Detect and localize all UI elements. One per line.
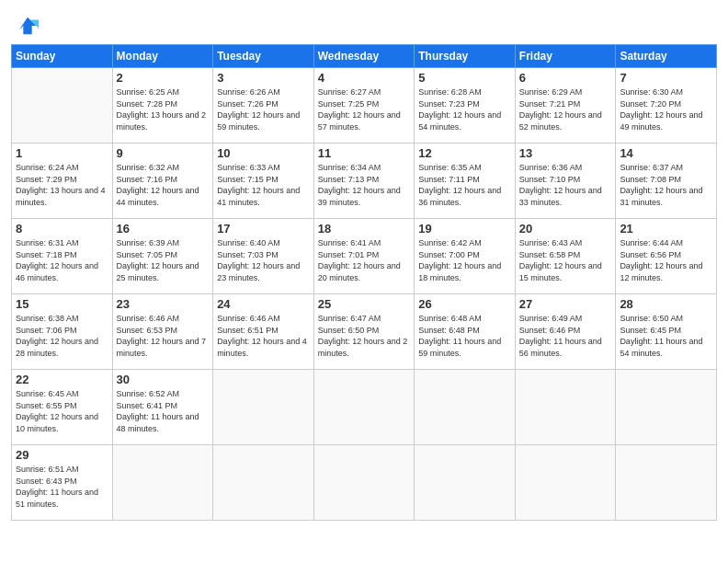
calendar-cell: [213, 445, 314, 521]
day-info: Sunrise: 6:40 AMSunset: 7:03 PMDaylight:…: [217, 237, 310, 283]
calendar-cell: 18Sunrise: 6:41 AMSunset: 7:01 PMDayligh…: [313, 219, 415, 294]
day-info: Sunrise: 6:46 AMSunset: 6:53 PMDaylight:…: [117, 313, 210, 359]
weekday-header-wednesday: Wednesday: [313, 45, 415, 68]
calendar-cell: 3Sunrise: 6:26 AMSunset: 7:26 PMDaylight…: [213, 68, 314, 144]
day-number: 9: [117, 146, 210, 160]
day-info: Sunrise: 6:41 AMSunset: 7:01 PMDaylight:…: [318, 237, 411, 283]
day-number: 12: [418, 146, 511, 160]
day-number: 10: [217, 146, 310, 160]
day-number: 6: [519, 71, 612, 85]
calendar-row-4: 22Sunrise: 6:45 AMSunset: 6:55 PMDayligh…: [12, 370, 717, 445]
calendar-row-5: 29Sunrise: 6:51 AMSunset: 6:43 PMDayligh…: [12, 445, 717, 521]
day-info: Sunrise: 6:35 AMSunset: 7:11 PMDaylight:…: [418, 162, 511, 208]
calendar-cell: 13Sunrise: 6:36 AMSunset: 7:10 PMDayligh…: [515, 144, 616, 219]
calendar-cell: 17Sunrise: 6:40 AMSunset: 7:03 PMDayligh…: [213, 219, 314, 294]
calendar-container: SundayMondayTuesdayWednesdayThursdayFrid…: [0, 0, 728, 563]
weekday-header-sunday: Sunday: [12, 45, 113, 68]
day-number: 29: [16, 448, 108, 462]
day-number: 22: [16, 373, 108, 386]
day-info: Sunrise: 6:48 AMSunset: 6:48 PMDaylight:…: [418, 313, 511, 359]
weekday-header-row: SundayMondayTuesdayWednesdayThursdayFrid…: [12, 45, 717, 68]
day-info: Sunrise: 6:27 AMSunset: 7:25 PMDaylight:…: [318, 86, 411, 132]
day-number: 19: [418, 222, 511, 236]
day-number: 13: [519, 146, 612, 160]
calendar-cell: [515, 370, 616, 445]
day-number: 7: [620, 71, 712, 85]
day-number: 2: [117, 71, 210, 85]
calendar-cell: [313, 370, 415, 445]
weekday-header-monday: Monday: [112, 45, 213, 68]
calendar-cell: 12Sunrise: 6:35 AMSunset: 7:11 PMDayligh…: [415, 144, 516, 219]
calendar-cell: 26Sunrise: 6:48 AMSunset: 6:48 PMDayligh…: [415, 294, 516, 370]
day-info: Sunrise: 6:31 AMSunset: 7:18 PMDaylight:…: [16, 237, 108, 283]
calendar-cell: 14Sunrise: 6:37 AMSunset: 7:08 PMDayligh…: [616, 144, 717, 219]
day-number: 24: [217, 297, 310, 311]
calendar-cell: [616, 445, 717, 521]
calendar-table: SundayMondayTuesdayWednesdayThursdayFrid…: [11, 44, 717, 521]
day-info: Sunrise: 6:38 AMSunset: 7:06 PMDaylight:…: [16, 313, 108, 359]
weekday-header-friday: Friday: [515, 45, 616, 68]
day-info: Sunrise: 6:25 AMSunset: 7:28 PMDaylight:…: [117, 86, 210, 132]
calendar-cell: 6Sunrise: 6:29 AMSunset: 7:21 PMDaylight…: [515, 68, 616, 144]
calendar-cell: 23Sunrise: 6:46 AMSunset: 6:53 PMDayligh…: [112, 294, 213, 370]
day-number: 5: [418, 71, 511, 85]
calendar-cell: 2Sunrise: 6:25 AMSunset: 7:28 PMDaylight…: [112, 68, 213, 144]
calendar-cell: 15Sunrise: 6:38 AMSunset: 7:06 PMDayligh…: [12, 294, 113, 370]
calendar-row-3: 15Sunrise: 6:38 AMSunset: 7:06 PMDayligh…: [12, 294, 717, 370]
calendar-cell: 24Sunrise: 6:46 AMSunset: 6:51 PMDayligh…: [213, 294, 314, 370]
day-number: 23: [117, 297, 210, 311]
day-info: Sunrise: 6:36 AMSunset: 7:10 PMDaylight:…: [519, 162, 612, 208]
calendar-cell: 19Sunrise: 6:42 AMSunset: 7:00 PMDayligh…: [415, 219, 516, 294]
day-number: 11: [318, 146, 411, 160]
day-info: Sunrise: 6:44 AMSunset: 6:56 PMDaylight:…: [620, 237, 712, 283]
logo-icon: [15, 13, 40, 39]
day-info: Sunrise: 6:43 AMSunset: 6:58 PMDaylight:…: [519, 237, 612, 283]
day-info: Sunrise: 6:29 AMSunset: 7:21 PMDaylight:…: [519, 86, 612, 132]
calendar-cell: 22Sunrise: 6:45 AMSunset: 6:55 PMDayligh…: [12, 370, 113, 445]
day-info: Sunrise: 6:30 AMSunset: 7:20 PMDaylight:…: [620, 86, 712, 132]
day-number: 16: [117, 222, 210, 236]
calendar-cell: 21Sunrise: 6:44 AMSunset: 6:56 PMDayligh…: [616, 219, 717, 294]
day-info: Sunrise: 6:47 AMSunset: 6:50 PMDaylight:…: [318, 313, 411, 359]
calendar-cell: 27Sunrise: 6:49 AMSunset: 6:46 PMDayligh…: [515, 294, 616, 370]
calendar-cell: 25Sunrise: 6:47 AMSunset: 6:50 PMDayligh…: [313, 294, 415, 370]
calendar-cell: 10Sunrise: 6:33 AMSunset: 7:15 PMDayligh…: [213, 144, 314, 219]
calendar-cell: 8Sunrise: 6:31 AMSunset: 7:18 PMDaylight…: [12, 219, 113, 294]
calendar-cell: 16Sunrise: 6:39 AMSunset: 7:05 PMDayligh…: [112, 219, 213, 294]
day-number: 4: [318, 71, 411, 85]
calendar-cell: 11Sunrise: 6:34 AMSunset: 7:13 PMDayligh…: [313, 144, 415, 219]
calendar-cell: [112, 445, 213, 521]
calendar-cell: [213, 370, 314, 445]
calendar-cell: 29Sunrise: 6:51 AMSunset: 6:43 PMDayligh…: [12, 445, 113, 521]
day-info: Sunrise: 6:45 AMSunset: 6:55 PMDaylight:…: [16, 388, 108, 434]
day-number: 28: [620, 297, 712, 311]
calendar-cell: [415, 370, 516, 445]
day-number: 20: [519, 222, 612, 236]
day-number: 27: [519, 297, 612, 311]
day-info: Sunrise: 6:28 AMSunset: 7:23 PMDaylight:…: [418, 86, 511, 132]
day-number: 17: [217, 222, 310, 236]
calendar-cell: [313, 445, 415, 521]
header: [11, 9, 717, 39]
day-info: Sunrise: 6:50 AMSunset: 6:45 PMDaylight:…: [620, 313, 712, 359]
calendar-cell: [12, 68, 113, 144]
day-number: 30: [117, 373, 210, 386]
day-info: Sunrise: 6:32 AMSunset: 7:16 PMDaylight:…: [117, 162, 210, 208]
calendar-cell: [515, 445, 616, 521]
day-number: 3: [217, 71, 310, 85]
day-info: Sunrise: 6:26 AMSunset: 7:26 PMDaylight:…: [217, 86, 310, 132]
calendar-cell: [616, 370, 717, 445]
day-number: 25: [318, 297, 411, 311]
weekday-header-tuesday: Tuesday: [213, 45, 314, 68]
calendar-row-0: 2Sunrise: 6:25 AMSunset: 7:28 PMDaylight…: [12, 68, 717, 144]
day-number: 14: [620, 146, 712, 160]
day-info: Sunrise: 6:34 AMSunset: 7:13 PMDaylight:…: [318, 162, 411, 208]
calendar-cell: 28Sunrise: 6:50 AMSunset: 6:45 PMDayligh…: [616, 294, 717, 370]
calendar-cell: 4Sunrise: 6:27 AMSunset: 7:25 PMDaylight…: [313, 68, 415, 144]
day-info: Sunrise: 6:39 AMSunset: 7:05 PMDaylight:…: [117, 237, 210, 283]
day-info: Sunrise: 6:52 AMSunset: 6:41 PMDaylight:…: [117, 388, 210, 434]
day-number: 8: [16, 222, 108, 236]
day-number: 18: [318, 222, 411, 236]
day-info: Sunrise: 6:42 AMSunset: 7:00 PMDaylight:…: [418, 237, 511, 283]
calendar-cell: 9Sunrise: 6:32 AMSunset: 7:16 PMDaylight…: [112, 144, 213, 219]
